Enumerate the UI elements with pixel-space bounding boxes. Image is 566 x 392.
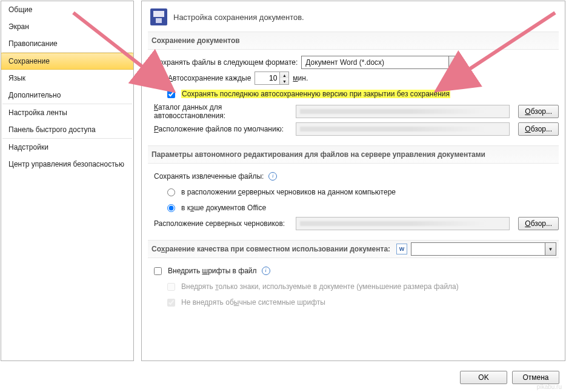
group-offline: Сохранять извлеченные файлы: i в располо…: [148, 164, 559, 234]
sidebar-item-customize-ribbon[interactable]: Настройка ленты: [1, 104, 133, 121]
sidebar-item-label: Общие: [8, 5, 32, 14]
options-dialog: Общие Экран Правописание Сохранение Язык…: [0, 0, 566, 392]
group-title: Параметры автономного редактирования для…: [150, 148, 556, 161]
server-drafts-location-label: Расположение серверных черновиков:: [154, 219, 292, 228]
default-location-label: Расположение файлов по умолчанию:: [154, 125, 292, 133]
spinner-up-icon[interactable]: ▲: [280, 72, 288, 78]
info-icon[interactable]: i: [262, 267, 270, 275]
sidebar-item-label: Дополнительно: [8, 91, 61, 99]
row-autosave: Автосохранение каждые ▲▼ мин.: [154, 70, 559, 86]
browse-button[interactable]: Обзор...: [518, 122, 559, 136]
save-icon: [150, 8, 167, 25]
group-offline-header: Параметры автономного редактирования для…: [148, 145, 559, 164]
dialog-footer: OK Отмена: [1, 361, 565, 389]
row-save-extracted: Сохранять извлеченные файлы: i: [154, 168, 559, 184]
category-sidebar: Общие Экран Правописание Сохранение Язык…: [1, 1, 134, 361]
server-drafts-radio[interactable]: [167, 188, 175, 196]
group-save-documents-header: Сохранение документов: [148, 32, 559, 50]
autorecover-location-input[interactable]: [296, 105, 510, 118]
sidebar-item-label: Язык: [8, 74, 25, 82]
browse-button[interactable]: Обзор...: [518, 217, 559, 230]
row-embed-only-used: Внедрять только знаки, используемые в до…: [154, 279, 559, 294]
sidebar-item-label: Центр управления безопасностью: [8, 160, 124, 168]
sidebar-item-general[interactable]: Общие: [1, 1, 133, 18]
autosave-interval-input[interactable]: [255, 72, 279, 84]
word-document-icon: W: [396, 244, 407, 254]
server-drafts-location-input[interactable]: [296, 217, 510, 230]
chevron-down-icon[interactable]: ▼: [448, 56, 459, 68]
watermark: pikabu.ru: [537, 384, 562, 390]
chevron-down-icon[interactable]: ▼: [545, 243, 556, 255]
save-extracted-label: Сохранять извлеченные файлы:: [154, 172, 264, 181]
info-icon[interactable]: i: [268, 172, 277, 181]
row-save-format: Сохранять файлы в следующем формате: Док…: [154, 55, 559, 70]
sidebar-item-label: Правописание: [8, 39, 58, 48]
sidebar-item-addins[interactable]: Надстройки: [1, 139, 133, 156]
sidebar-item-advanced[interactable]: Дополнительно: [1, 87, 133, 104]
embed-only-used-label: Внедрять только знаки, используемые в до…: [181, 282, 459, 291]
autosave-unit: мин.: [293, 74, 308, 82]
dialog-body: Общие Экран Правописание Сохранение Язык…: [1, 1, 565, 361]
sidebar-item-quick-access[interactable]: Панель быстрого доступа: [1, 121, 133, 138]
group-quality: Внедрить шрифты в файл i Внедрять только…: [148, 258, 559, 313]
page-header: Настройка сохранения документов.: [150, 8, 559, 25]
embed-fonts-checkbox[interactable]: [154, 267, 162, 275]
server-drafts-radio-label: в расположении серверных черновиков на д…: [181, 188, 396, 196]
group-quality-header: Сохранение качества при совместном испол…: [148, 240, 559, 258]
no-system-fonts-label: Не внедрять обычные системные шрифты: [181, 298, 325, 307]
keep-last-autosaved-label: Сохранять последнюю автосохраненную верс…: [181, 90, 450, 98]
row-radio-office-cache: в кэше документов Office: [154, 200, 559, 216]
embed-only-used-checkbox: [167, 283, 175, 291]
keep-last-autosaved-checkbox[interactable]: [167, 90, 175, 98]
row-radio-server-drafts: в расположении серверных черновиков на д…: [154, 184, 559, 200]
page-title: Настройка сохранения документов.: [173, 13, 304, 22]
autosave-interval-spinner[interactable]: ▲▼: [255, 71, 289, 85]
ok-button[interactable]: OK: [460, 371, 507, 384]
row-keep-last-autosaved: Сохранять последнюю автосохраненную верс…: [154, 86, 559, 102]
combo-value: Документ Word (*.docx): [302, 58, 448, 67]
sidebar-item-label: Надстройки: [8, 143, 48, 151]
sidebar-item-trust-center[interactable]: Центр управления безопасностью: [1, 156, 133, 173]
sidebar-item-label: Экран: [8, 22, 29, 31]
office-cache-radio-label: в кэше документов Office: [181, 204, 266, 212]
sidebar-item-label: Сохранение: [8, 57, 50, 65]
autosave-checkbox[interactable]: [154, 75, 162, 82]
quality-document-combo[interactable]: ▼: [411, 242, 556, 256]
row-embed-fonts: Внедрить шрифты в файл i: [154, 263, 559, 279]
group-title: Сохранение качества при совместном испол…: [150, 242, 390, 256]
group-title: Сохранение документов: [150, 34, 556, 47]
spinner-down-icon[interactable]: ▼: [280, 78, 288, 84]
cancel-button[interactable]: Отмена: [512, 371, 559, 384]
group-save-documents: Сохранять файлы в следующем формате: Док…: [148, 50, 559, 139]
row-server-drafts-location: Расположение серверных черновиков: Обзор…: [154, 216, 559, 231]
sidebar-item-proofing[interactable]: Правописание: [1, 35, 133, 52]
default-location-input[interactable]: [296, 122, 510, 136]
row-autorecover-location: Каталог данных для автовосстановления: О…: [154, 102, 559, 121]
sidebar-item-save[interactable]: Сохранение: [1, 53, 133, 70]
sidebar-item-label: Панель быстрого доступа: [8, 125, 96, 134]
sidebar-item-language[interactable]: Язык: [1, 70, 133, 87]
autorecover-location-label: Каталог данных для автовосстановления:: [154, 103, 292, 120]
sidebar-item-display[interactable]: Экран: [1, 18, 133, 35]
office-cache-radio[interactable]: [167, 204, 175, 212]
sidebar-item-label: Настройка ленты: [8, 108, 67, 117]
no-system-fonts-checkbox: [167, 299, 175, 307]
save-format-label: Сохранять файлы в следующем формате:: [154, 58, 298, 67]
browse-button[interactable]: Обзор...: [518, 105, 559, 118]
content-pane: Настройка сохранения документов. Сохране…: [141, 1, 565, 361]
save-format-combo[interactable]: Документ Word (*.docx) ▼: [301, 56, 460, 69]
autosave-label: Автосохранение каждые: [168, 74, 251, 82]
embed-fonts-label: Внедрить шрифты в файл: [168, 267, 257, 275]
row-default-location: Расположение файлов по умолчанию: Обзор.…: [154, 121, 559, 137]
row-no-system-fonts: Не внедрять обычные системные шрифты: [154, 294, 559, 310]
